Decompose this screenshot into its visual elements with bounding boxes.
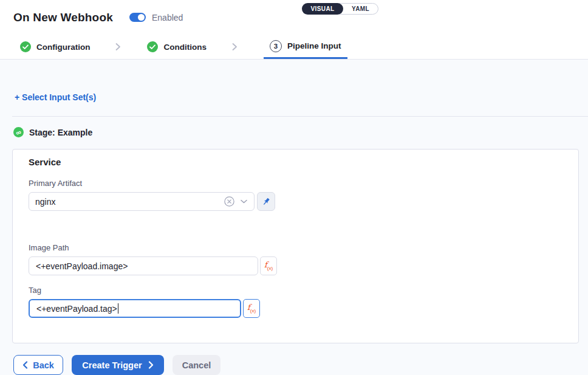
section-divider — [12, 116, 588, 117]
tab-pipeline-input[interactable]: 3 Pipeline Input — [264, 35, 347, 59]
tab-configuration-label: Configuration — [36, 43, 90, 52]
stage-heading-row: ∞ Stage: Example — [13, 127, 588, 137]
create-trigger-button[interactable]: Create Trigger — [72, 355, 164, 375]
wizard-tab-bar: Configuration Conditions 3 Pipeline Inpu… — [0, 35, 588, 60]
pin-icon — [261, 197, 271, 207]
tag-value: <+eventPayload.tag> — [36, 304, 117, 314]
create-trigger-label: Create Trigger — [82, 360, 142, 370]
image-path-row: <+eventPayload.image> f(x) — [29, 256, 562, 275]
primary-artifact-select[interactable]: nginx — [29, 192, 255, 211]
visual-yaml-switch: VISUAL YAML — [302, 3, 378, 15]
enabled-toggle[interactable] — [129, 13, 146, 22]
cancel-button-label: Cancel — [182, 360, 211, 370]
tab-pipeline-input-label: Pipeline Input — [287, 41, 341, 50]
expression-fx-button[interactable]: f(x) — [243, 299, 260, 318]
tab-configuration[interactable]: Configuration — [20, 35, 90, 59]
primary-artifact-label: Primary Artifact — [29, 179, 562, 188]
chevron-right-icon — [148, 361, 154, 369]
fx-icon: f(x) — [264, 261, 273, 271]
primary-artifact-value: nginx — [35, 197, 219, 207]
select-input-sets-link[interactable]: + Select Input Set(s) — [15, 92, 96, 102]
toggle-knob — [138, 14, 145, 21]
stage-icon: ∞ — [13, 127, 24, 137]
service-heading: Service — [29, 157, 562, 167]
tab-conditions-label: Conditions — [163, 43, 207, 52]
enabled-toggle-label: Enabled — [152, 13, 183, 22]
check-circle-icon — [20, 41, 31, 52]
back-button-label: Back — [33, 360, 54, 370]
check-circle-icon — [147, 41, 158, 52]
text-cursor — [118, 303, 119, 314]
header: On New Webhook Enabled VISUAL YAML — [0, 0, 588, 35]
chevron-left-icon — [22, 361, 28, 369]
wizard-footer: Back Create Trigger Cancel — [13, 355, 588, 375]
image-path-value: <+eventPayload.image> — [36, 261, 128, 271]
tab-conditions[interactable]: Conditions — [147, 35, 207, 59]
image-path-label: Image Path — [29, 243, 562, 252]
clear-icon[interactable] — [224, 196, 234, 207]
step-number-badge: 3 — [270, 40, 282, 52]
fx-icon: f(x) — [247, 303, 256, 314]
page-title: On New Webhook — [13, 11, 113, 24]
chevron-right-icon — [114, 35, 121, 59]
yaml-view-button[interactable]: YAML — [343, 4, 378, 14]
stage-heading: Stage: Example — [29, 128, 92, 137]
pipeline-input-panel: + Select Input Set(s) ∞ Stage: Example S… — [0, 60, 588, 375]
cancel-button[interactable]: Cancel — [173, 355, 220, 375]
back-button[interactable]: Back — [13, 355, 63, 375]
image-path-input[interactable]: <+eventPayload.image> — [29, 256, 258, 275]
chevron-right-icon — [231, 35, 238, 59]
primary-artifact-row: nginx — [29, 192, 562, 211]
chevron-down-icon[interactable] — [240, 199, 248, 204]
expression-fx-button[interactable]: f(x) — [260, 256, 277, 275]
pin-button[interactable] — [257, 192, 275, 211]
service-card: Service Primary Artifact nginx — [12, 149, 579, 343]
visual-view-button[interactable]: VISUAL — [302, 3, 343, 15]
tag-row: <+eventPayload.tag> f(x) — [29, 299, 562, 318]
tag-input[interactable]: <+eventPayload.tag> — [29, 299, 241, 318]
tag-label: Tag — [29, 286, 562, 295]
